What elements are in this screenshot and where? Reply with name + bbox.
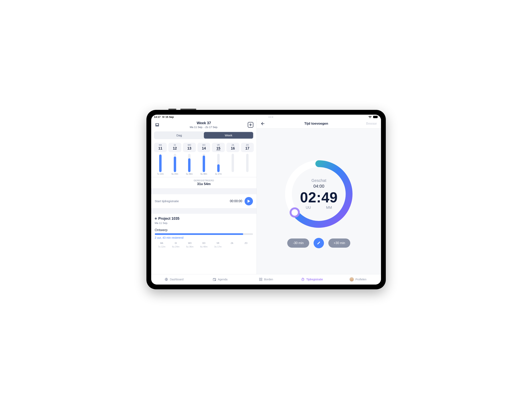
status-grabber-dots[interactable] xyxy=(174,117,368,118)
start-timer-label: Start tijdregistratie xyxy=(155,200,228,203)
day-cell[interactable]: VR15 xyxy=(212,143,225,152)
tab-dashboard[interactable]: Dashboard xyxy=(151,274,197,285)
day-cell[interactable]: WO13 xyxy=(183,143,196,152)
day-duration-label: 6u 24m xyxy=(168,173,181,175)
day-of-week-label: VR xyxy=(212,144,225,146)
inbox-icon[interactable] xyxy=(154,122,160,128)
tab-agenda[interactable]: Agenda xyxy=(197,274,243,285)
mini-dow-label: WO xyxy=(183,242,197,244)
day-number: 17 xyxy=(241,146,254,150)
day-of-week-label: ZA xyxy=(226,144,239,146)
play-button[interactable] xyxy=(245,197,253,205)
mini-dow-label: DI xyxy=(169,242,183,244)
day-bar-fill xyxy=(174,156,176,172)
registered-total-block: GEREGISTREERD 31u 54m xyxy=(151,177,257,189)
day-bar-track xyxy=(217,154,220,172)
day-cell[interactable]: DI12 xyxy=(168,143,181,152)
calendar-icon xyxy=(213,278,216,281)
day-cell[interactable]: ZA16 xyxy=(226,143,239,152)
day-number: 15 xyxy=(212,146,225,150)
time-adjust-row: -30 min +30 min xyxy=(287,238,350,248)
day-number: 16 xyxy=(226,146,239,150)
globe-icon xyxy=(165,278,168,281)
day-of-week-label: DO xyxy=(197,144,210,146)
mini-dow-label: VR xyxy=(211,242,225,244)
day-of-week-label: ZO xyxy=(241,144,254,146)
day-cell[interactable]: ZO17 xyxy=(241,143,254,152)
mini-day-column: WO5u 36m xyxy=(183,242,197,248)
tab-label: Profielen xyxy=(355,278,367,281)
tab-boards[interactable]: Borden xyxy=(243,274,289,285)
day-bar-wrap xyxy=(183,154,196,172)
mini-dow-label: ZO xyxy=(239,242,253,244)
day-number: 11 xyxy=(154,146,167,150)
svg-rect-10 xyxy=(261,280,262,281)
day-bar-wrap xyxy=(226,154,239,172)
tablet-device-frame: 14:17 Vr 15 Sep xyxy=(146,110,386,289)
boards-icon xyxy=(259,278,262,281)
mini-day-column: DI6u 24m xyxy=(169,242,183,248)
mini-duration-label: 3u 17m xyxy=(211,245,225,248)
day-cell[interactable]: DO14 xyxy=(197,143,210,152)
mini-duration-label: 5u 36m xyxy=(183,245,197,248)
project-title: Project 1035 xyxy=(158,217,179,221)
section-gap xyxy=(151,189,257,194)
mini-day-column: MA7u 12m xyxy=(155,242,169,248)
start-timer-row[interactable]: Start tijdregistratie 00:00:00 xyxy=(151,194,257,208)
day-bar-wrap xyxy=(197,154,210,172)
date-range: Ma 11 Sep. - Zo 17 Sep. xyxy=(160,126,248,129)
day-bar-wrap xyxy=(212,154,225,172)
tab-label: Agenda xyxy=(218,278,228,281)
day-bar-track xyxy=(159,154,162,172)
mini-duration-label: 6u 48m xyxy=(197,245,211,248)
svg-rect-9 xyxy=(259,280,260,281)
mini-day-column: VR3u 17m xyxy=(211,242,225,248)
project-block[interactable]: Project 1035 Ma 11 Sep. Ontwerp 2 uur, 4… xyxy=(151,214,257,248)
day-bar-fill xyxy=(203,156,205,172)
tab-profiles[interactable]: Profielen xyxy=(335,274,381,285)
day-of-week-label: MA xyxy=(154,144,167,146)
avatar-icon xyxy=(349,277,354,281)
segment-day[interactable]: Dag xyxy=(155,132,204,139)
tab-label: Dashboard xyxy=(170,278,184,281)
right-pane-title: Tijd toevoegen xyxy=(266,122,366,126)
tab-time[interactable]: Tijdregistratie xyxy=(289,274,335,285)
add-button[interactable] xyxy=(248,122,253,128)
task-name: Ontwerp xyxy=(155,228,253,232)
week-label: Week 37 xyxy=(160,121,248,125)
day-bar-wrap xyxy=(241,154,254,172)
day-cell[interactable]: MA11 xyxy=(154,143,167,152)
right-pane: Tijd toevoegen Bewaar xyxy=(257,119,381,274)
day-bar-fill xyxy=(188,158,190,172)
segment-week[interactable]: Week xyxy=(204,132,253,139)
mini-dow-label: MA xyxy=(155,242,169,244)
day-selector-row: MA11DI12WO13DO14VR15ZA16ZO17 xyxy=(151,140,257,152)
mini-day-column: ZA xyxy=(225,242,239,248)
bottom-tab-bar: Dashboard Agenda Borden Tijdregistratie xyxy=(151,274,381,285)
stopwatch-icon xyxy=(301,278,304,281)
unit-minutes-label: MM xyxy=(326,206,332,210)
battery-icon xyxy=(373,116,378,118)
back-button[interactable] xyxy=(261,121,266,126)
estimate-label: Geschat xyxy=(311,178,326,183)
day-week-segmented-control[interactable]: Dag Week xyxy=(154,131,254,139)
daily-duration-labels: 7u 12m6u 24m5u 36m6u 48m3u 17m xyxy=(151,172,257,177)
save-button[interactable]: Bewaar xyxy=(366,122,377,125)
day-duration-label xyxy=(241,173,254,175)
day-duration-label: 5u 36m xyxy=(183,173,196,175)
status-bar: 14:17 Vr 15 Sep xyxy=(151,115,381,119)
mini-duration-label: 6u 24m xyxy=(169,245,183,248)
day-of-week-label: WO xyxy=(183,144,196,146)
task-progress-bar xyxy=(155,233,253,235)
minus-30-button[interactable]: -30 min xyxy=(287,238,309,248)
screen: 14:17 Vr 15 Sep xyxy=(151,115,381,285)
svg-rect-8 xyxy=(261,278,262,279)
mini-duration-label: 7u 12m xyxy=(155,245,169,248)
estimate-value: 04:00 xyxy=(313,184,324,189)
time-dial[interactable]: Geschat 04:00 02:49 UU MM xyxy=(281,156,357,232)
plus-30-button[interactable]: +30 min xyxy=(328,238,350,248)
left-pane: Week 37 Ma 11 Sep. - Zo 17 Sep. Dag Week… xyxy=(151,119,257,274)
edit-time-button[interactable] xyxy=(314,238,324,248)
start-timer-time: 00:00:00 xyxy=(230,200,242,203)
day-bar-track xyxy=(174,154,176,172)
